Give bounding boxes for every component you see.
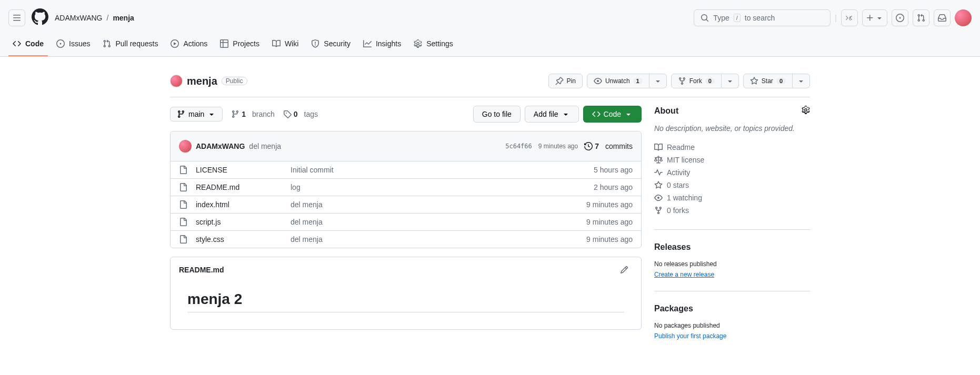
breadcrumb-owner[interactable]: ADAMxWANG: [55, 14, 102, 22]
edit-readme-button[interactable]: [616, 261, 633, 278]
readme-link[interactable]: Readme: [654, 141, 810, 154]
code-icon: [13, 39, 21, 48]
tab-projects[interactable]: Projects: [216, 35, 264, 56]
branch-icon: [177, 110, 185, 118]
commit-message[interactable]: del menja: [249, 142, 281, 150]
caret-down-icon: [875, 14, 884, 22]
repo-name: menja: [187, 75, 217, 87]
file-time: 9 minutes ago: [586, 218, 633, 226]
issues-button[interactable]: [892, 9, 908, 26]
commits-link[interactable]: 7 commits: [584, 142, 633, 150]
file-icon: [179, 200, 187, 209]
star-icon: [750, 77, 758, 85]
create-release-link[interactable]: Create a new release: [654, 271, 714, 278]
file-commit-link[interactable]: del menja: [291, 235, 323, 244]
readme-filename[interactable]: README.md: [179, 266, 224, 274]
fork-icon: [678, 77, 686, 85]
commit-author-avatar[interactable]: [179, 140, 192, 153]
file-row: style.css del menja 9 minutes ago: [171, 231, 641, 248]
play-icon: [171, 39, 179, 48]
eye-icon: [654, 194, 663, 202]
github-logo[interactable]: [32, 8, 48, 27]
file-row: README.md log 2 hours ago: [171, 179, 641, 196]
notifications-button[interactable]: [934, 9, 951, 26]
gear-icon: [802, 106, 810, 114]
add-file-button[interactable]: Add file: [525, 106, 579, 123]
forks-link[interactable]: 0 forks: [654, 204, 810, 217]
file-row: LICENSE Initial commit 5 hours ago: [171, 161, 641, 179]
latest-commit: ADAMxWANG del menja 5c64f66 9 minutes ag…: [171, 131, 641, 161]
file-time: 5 hours ago: [594, 166, 633, 174]
license-link[interactable]: MIT license: [654, 154, 810, 166]
graph-icon: [363, 39, 372, 48]
repo-header: menja Public Pin Unwatch1 Fork0 Star0: [170, 65, 810, 97]
star-button[interactable]: Star0: [743, 74, 793, 88]
publish-package-link[interactable]: Publish your first package: [654, 332, 726, 340]
file-icon: [179, 235, 187, 244]
repo-avatar: [170, 75, 183, 87]
no-releases-text: No releases published: [654, 260, 810, 268]
command-palette-button[interactable]: [841, 9, 858, 26]
user-avatar[interactable]: [955, 9, 972, 26]
readme-heading: menja 2: [187, 291, 624, 312]
watching-link[interactable]: 1 watching: [654, 191, 810, 204]
file-name-link[interactable]: style.css: [196, 235, 224, 244]
file-commit-link[interactable]: del menja: [291, 218, 323, 226]
commit-author[interactable]: ADAMxWANG: [196, 142, 245, 150]
file-name-link[interactable]: LICENSE: [196, 166, 227, 174]
search-icon: [701, 14, 709, 22]
stars-link[interactable]: 0 stars: [654, 179, 810, 191]
activity-link[interactable]: Activity: [654, 166, 810, 179]
pencil-icon: [620, 266, 628, 274]
visibility-badge: Public: [222, 77, 247, 85]
edit-about-button[interactable]: [802, 106, 810, 116]
pulse-icon: [654, 168, 663, 177]
gear-icon: [414, 39, 422, 48]
file-commit-link[interactable]: del menja: [291, 200, 323, 209]
branch-selector[interactable]: main: [170, 107, 223, 121]
issue-icon: [56, 39, 65, 48]
create-button[interactable]: [862, 9, 887, 26]
about-description: No description, website, or topics provi…: [654, 124, 810, 133]
tab-settings[interactable]: Settings: [409, 35, 457, 56]
tab-actions[interactable]: Actions: [166, 35, 212, 56]
unwatch-button[interactable]: Unwatch1: [587, 74, 649, 88]
breadcrumb-repo[interactable]: menja: [113, 14, 134, 22]
tab-insights[interactable]: Insights: [359, 35, 405, 56]
tab-wiki[interactable]: Wiki: [268, 35, 303, 56]
breadcrumb: ADAMxWANG / menja: [55, 14, 134, 22]
law-icon: [654, 156, 663, 164]
unwatch-dropdown[interactable]: [649, 74, 667, 88]
file-name-link[interactable]: script.js: [196, 218, 221, 226]
search-input[interactable]: Type / to search: [694, 9, 831, 26]
fork-button[interactable]: Fork0: [671, 74, 722, 88]
fork-dropdown[interactable]: [722, 74, 739, 88]
eye-icon: [594, 77, 602, 85]
commit-hash[interactable]: 5c64f66: [505, 143, 532, 150]
branch-icon: [231, 110, 239, 118]
file-row: script.js del menja 9 minutes ago: [171, 214, 641, 231]
branches-link[interactable]: 1 branch: [231, 110, 275, 118]
plus-icon: [866, 14, 874, 22]
tab-pull-requests[interactable]: Pull requests: [98, 35, 162, 56]
packages-heading: Packages: [654, 304, 693, 313]
tab-issues[interactable]: Issues: [52, 35, 94, 56]
go-to-file-button[interactable]: Go to file: [473, 106, 521, 123]
caret-down-icon: [562, 110, 570, 118]
pull-requests-button[interactable]: [913, 9, 929, 26]
readme-box: README.md menja 2: [170, 257, 642, 330]
file-name-link[interactable]: README.md: [196, 183, 239, 191]
file-icon: [179, 183, 187, 191]
pin-icon: [555, 77, 564, 85]
file-name-link[interactable]: index.html: [196, 200, 229, 209]
tab-security[interactable]: Security: [307, 35, 355, 56]
star-dropdown[interactable]: [793, 74, 810, 88]
commit-time[interactable]: 9 minutes ago: [538, 143, 578, 150]
menu-button[interactable]: [8, 9, 25, 26]
file-commit-link[interactable]: log: [291, 183, 301, 191]
code-button[interactable]: Code: [583, 106, 642, 123]
pin-button[interactable]: Pin: [548, 74, 583, 88]
tab-code[interactable]: Code: [8, 35, 48, 56]
tags-link[interactable]: 0 tags: [283, 110, 318, 118]
file-commit-link[interactable]: Initial commit: [291, 166, 334, 174]
